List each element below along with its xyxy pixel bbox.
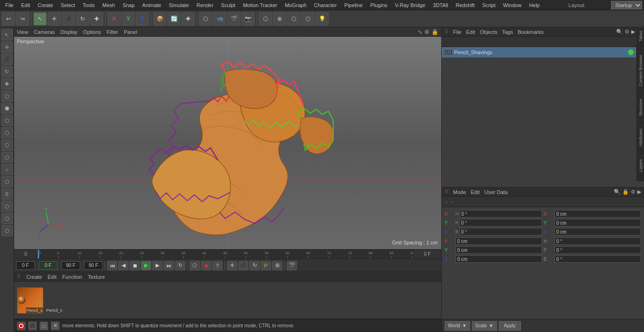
obj-menu-file[interactable]: File — [453, 29, 462, 35]
viewport-lock-icon[interactable]: 🔒 — [431, 29, 438, 35]
mat-menu-edit[interactable]: Edit — [48, 274, 57, 280]
viewport-cube-button[interactable]: ⬡ — [199, 12, 212, 25]
grid-button[interactable]: ⊞ — [272, 261, 282, 270]
b-input[interactable] — [554, 255, 641, 263]
attr-settings-icon[interactable]: ⚙ — [631, 189, 636, 195]
y-rot-input[interactable] — [455, 246, 542, 254]
menu-mograph[interactable]: MoGraph — [281, 1, 310, 9]
vp-menu-cameras[interactable]: Cameras — [34, 29, 55, 35]
attr-search-icon[interactable]: 🔍 — [614, 189, 620, 195]
menu-vray[interactable]: V-Ray Bridge — [392, 1, 429, 9]
go-start-button[interactable]: ⏮ — [107, 261, 117, 270]
timeline-ruler[interactable]: 0 0 5 10 15 20 — [14, 249, 441, 259]
y-pos-input[interactable] — [554, 219, 641, 227]
tab-attributes[interactable]: Attributes — [636, 125, 644, 156]
scale-tool-tp[interactable]: ⬛ — [238, 261, 248, 270]
left-tool-1[interactable]: ⬡ — [1, 90, 13, 102]
menu-mesh[interactable]: Mesh — [99, 1, 118, 9]
menu-motion-tracker[interactable]: Motion Tracker — [239, 1, 281, 9]
left-tool-add[interactable]: ✚ — [1, 78, 13, 89]
left-tool-10[interactable]: ⬡ — [1, 201, 13, 212]
h-input[interactable] — [554, 237, 641, 245]
redo-button[interactable]: ↪ — [16, 12, 29, 25]
left-tool-6[interactable]: ⬡ — [1, 152, 13, 163]
left-tool-7[interactable]: ○ — [1, 164, 13, 175]
prev-frame-button[interactable]: ◀ — [118, 261, 129, 270]
obj-menu-bookmarks[interactable]: Bookmarks — [518, 29, 544, 35]
help-button[interactable]: ? — [212, 261, 223, 270]
mat-menu-function[interactable]: Function — [62, 274, 82, 280]
menu-sculpt[interactable]: Sculpt — [218, 1, 239, 9]
deformer-button[interactable]: ⬡ — [301, 12, 314, 25]
record-auto-button[interactable]: ⬡ — [190, 261, 200, 270]
x-pos-input[interactable] — [554, 210, 641, 218]
menu-file[interactable]: File — [2, 1, 17, 9]
tab-structure[interactable]: Structure — [636, 96, 644, 126]
material-swatch[interactable]: Pencil_s — [17, 287, 43, 314]
left-tool-scale[interactable]: ⬛ — [1, 54, 13, 65]
scale-dropdown[interactable]: Scale ▼ — [472, 321, 497, 331]
loop-button[interactable]: ↻ — [175, 261, 185, 270]
menu-create[interactable]: Create — [34, 1, 57, 9]
menu-script[interactable]: Script — [479, 1, 499, 9]
obj-search-icon[interactable]: 🔍 — [616, 29, 623, 35]
left-tool-3[interactable]: ⬡ — [1, 115, 13, 126]
select-tool-button[interactable]: ↖ — [33, 12, 47, 25]
render-preview-button[interactable]: 🎬 — [287, 261, 297, 270]
start-frame-input[interactable] — [16, 261, 35, 270]
vp-menu-options[interactable]: Options — [83, 29, 101, 35]
undo-button[interactable]: ↩ — [2, 12, 15, 25]
obj-menu-tags[interactable]: Tags — [502, 29, 513, 35]
menu-window[interactable]: Window — [500, 1, 525, 9]
tab-layers[interactable]: Layers — [636, 156, 644, 181]
menu-3dtall[interactable]: 3DTAll — [429, 1, 451, 9]
vp-menu-display[interactable]: Display — [60, 29, 77, 35]
record-button[interactable]: ⏺ — [201, 261, 211, 270]
b-rotation-input[interactable] — [459, 228, 542, 235]
h-rotation-input[interactable] — [460, 210, 543, 218]
attr-lock-icon[interactable]: 🔒 — [622, 189, 629, 195]
left-tool-move[interactable]: ✛ — [1, 41, 13, 53]
play-button[interactable]: ▶ — [141, 261, 151, 270]
p-rotation-input[interactable] — [459, 219, 542, 227]
left-tool-5[interactable]: ⬡ — [1, 139, 13, 151]
viewport-cam-button[interactable]: 📹 — [213, 12, 226, 25]
rotate-tool-button[interactable]: ↻ — [76, 12, 89, 25]
status-mode-icon[interactable]: ⬛ — [28, 322, 37, 330]
viewport-render-button[interactable]: 🎬 — [227, 12, 240, 25]
menu-edit[interactable]: Edit — [18, 1, 33, 9]
x-axis-button[interactable]: X — [107, 12, 121, 25]
menu-tools[interactable]: Tools — [79, 1, 98, 9]
apply-button[interactable]: Apply — [499, 321, 521, 331]
z-axis-button[interactable]: Z — [136, 12, 149, 25]
transform-tool-button[interactable]: ✚ — [90, 12, 103, 25]
p-input[interactable] — [554, 246, 641, 254]
mat-menu-texture[interactable]: Texture — [88, 274, 105, 280]
vp-menu-panel[interactable]: Panel — [124, 29, 137, 35]
current-frame-input[interactable] — [39, 261, 58, 270]
light-button[interactable]: 💡 — [315, 12, 329, 25]
menu-simulate[interactable]: Simulate — [165, 1, 192, 9]
scale-tool-button[interactable]: ⬛ — [62, 12, 75, 25]
move-tool-tp[interactable]: ✛ — [227, 261, 237, 270]
attr-arrow-icon[interactable]: ▶ — [637, 189, 641, 195]
viewport-photo-button[interactable]: 📷 — [241, 12, 255, 25]
go-end-button[interactable]: ⏭ — [164, 261, 174, 270]
z-pos-input[interactable] — [554, 228, 641, 235]
menu-redshift[interactable]: Redshift — [453, 1, 478, 9]
preview-end-input[interactable] — [84, 261, 103, 270]
left-tool-11[interactable]: ⬡ — [1, 213, 13, 224]
stop-button[interactable]: ⏹ — [130, 261, 140, 270]
attr-menu-userdata[interactable]: User Data — [485, 189, 508, 195]
obj-arrow-icon[interactable]: ▶ — [631, 29, 635, 35]
left-tool-9[interactable]: S — [1, 188, 13, 200]
pivot-button[interactable]: P — [261, 261, 271, 270]
menu-plugins[interactable]: Plugins — [367, 1, 390, 9]
tab-takes[interactable]: Takes — [636, 27, 644, 51]
layout-select[interactable]: Startup — [611, 1, 642, 9]
left-tool-8[interactable]: ⬡ — [1, 176, 13, 187]
status-render-icon[interactable]: □ — [40, 322, 48, 330]
mesh-button[interactable]: ⬡ — [259, 12, 272, 25]
add-button[interactable]: ✚ — [182, 12, 195, 25]
menu-animate[interactable]: Animate — [139, 1, 165, 9]
